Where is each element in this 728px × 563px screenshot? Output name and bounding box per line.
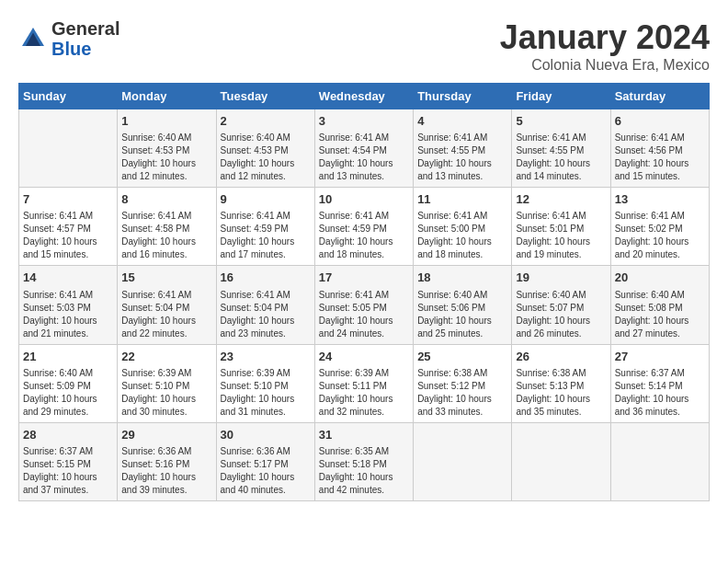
week-row-4: 21Sunrise: 6:40 AM Sunset: 5:09 PM Dayli… [19,344,710,422]
day-detail: Sunrise: 6:41 AM Sunset: 5:01 PM Dayligh… [516,210,606,261]
week-row-3: 14Sunrise: 6:41 AM Sunset: 5:03 PM Dayli… [19,266,710,344]
day-number: 25 [417,349,507,365]
day-cell: 22Sunrise: 6:39 AM Sunset: 5:10 PM Dayli… [118,344,216,422]
day-cell: 20Sunrise: 6:40 AM Sunset: 5:08 PM Dayli… [610,266,709,344]
day-number: 1 [121,113,211,130]
day-number: 21 [23,349,113,365]
day-cell: 8Sunrise: 6:41 AM Sunset: 4:58 PM Daylig… [118,188,216,266]
day-cell: 25Sunrise: 6:38 AM Sunset: 5:12 PM Dayli… [414,344,512,422]
day-cell: 30Sunrise: 6:36 AM Sunset: 5:17 PM Dayli… [216,422,314,500]
day-detail: Sunrise: 6:41 AM Sunset: 4:59 PM Dayligh… [221,210,311,261]
day-detail: Sunrise: 6:40 AM Sunset: 5:06 PM Dayligh… [417,289,507,340]
day-cell [414,422,512,500]
day-number: 9 [221,191,311,208]
day-number: 30 [221,427,311,443]
header-row: SundayMondayTuesdayWednesdayThursdayFrid… [19,84,710,109]
day-number: 17 [319,270,409,286]
col-header-tuesday: Tuesday [216,84,314,109]
day-cell: 9Sunrise: 6:41 AM Sunset: 4:59 PM Daylig… [216,188,314,266]
subtitle: Colonia Nueva Era, Mexico [500,57,710,74]
day-number: 31 [319,427,409,443]
day-number: 6 [615,113,705,130]
day-detail: Sunrise: 6:40 AM Sunset: 5:09 PM Dayligh… [23,367,113,419]
day-cell: 2Sunrise: 6:40 AM Sunset: 4:53 PM Daylig… [216,109,314,188]
day-number: 7 [23,191,113,208]
day-cell: 16Sunrise: 6:41 AM Sunset: 5:04 PM Dayli… [216,266,314,344]
day-number: 23 [221,349,311,365]
day-number: 20 [615,270,705,286]
day-detail: Sunrise: 6:36 AM Sunset: 5:16 PM Dayligh… [121,445,211,497]
day-cell: 28Sunrise: 6:37 AM Sunset: 5:15 PM Dayli… [19,422,118,500]
day-detail: Sunrise: 6:35 AM Sunset: 5:18 PM Dayligh… [319,445,409,497]
day-number: 26 [516,349,606,365]
day-detail: Sunrise: 6:40 AM Sunset: 5:07 PM Dayligh… [516,289,606,340]
logo: General Blue [18,18,119,59]
day-cell: 21Sunrise: 6:40 AM Sunset: 5:09 PM Dayli… [19,344,118,422]
week-row-5: 28Sunrise: 6:37 AM Sunset: 5:15 PM Dayli… [19,422,710,500]
day-number: 19 [516,270,606,286]
day-number: 27 [615,349,705,365]
day-detail: Sunrise: 6:41 AM Sunset: 5:05 PM Dayligh… [319,289,409,340]
day-detail: Sunrise: 6:41 AM Sunset: 5:02 PM Dayligh… [615,210,705,261]
week-row-2: 7Sunrise: 6:41 AM Sunset: 4:57 PM Daylig… [19,188,710,266]
day-detail: Sunrise: 6:41 AM Sunset: 5:00 PM Dayligh… [417,210,507,261]
day-cell: 24Sunrise: 6:39 AM Sunset: 5:11 PM Dayli… [314,344,413,422]
day-cell: 23Sunrise: 6:39 AM Sunset: 5:10 PM Dayli… [216,344,314,422]
day-cell: 14Sunrise: 6:41 AM Sunset: 5:03 PM Dayli… [19,266,118,344]
day-detail: Sunrise: 6:40 AM Sunset: 5:08 PM Dayligh… [615,289,705,340]
month-title: January 2024 [500,18,710,57]
day-detail: Sunrise: 6:40 AM Sunset: 4:53 PM Dayligh… [221,132,311,183]
title-block: January 2024 Colonia Nueva Era, Mexico [500,18,710,74]
col-header-sunday: Sunday [19,84,118,109]
day-number: 5 [516,113,606,130]
day-number: 3 [319,113,409,130]
header: General Blue January 2024 Colonia Nueva … [18,18,710,74]
day-number: 24 [319,349,409,365]
day-cell: 15Sunrise: 6:41 AM Sunset: 5:04 PM Dayli… [118,266,216,344]
day-cell: 29Sunrise: 6:36 AM Sunset: 5:16 PM Dayli… [118,422,216,500]
calendar-table: SundayMondayTuesdayWednesdayThursdayFrid… [18,83,710,501]
day-number: 11 [417,191,507,208]
col-header-wednesday: Wednesday [314,84,413,109]
day-cell: 13Sunrise: 6:41 AM Sunset: 5:02 PM Dayli… [610,188,709,266]
day-detail: Sunrise: 6:38 AM Sunset: 5:12 PM Dayligh… [417,367,507,419]
day-cell: 17Sunrise: 6:41 AM Sunset: 5:05 PM Dayli… [314,266,413,344]
day-number: 10 [319,191,409,208]
day-detail: Sunrise: 6:41 AM Sunset: 4:56 PM Dayligh… [615,132,705,183]
day-detail: Sunrise: 6:40 AM Sunset: 4:53 PM Dayligh… [121,132,211,183]
week-row-1: 1Sunrise: 6:40 AM Sunset: 4:53 PM Daylig… [19,109,710,188]
day-detail: Sunrise: 6:41 AM Sunset: 5:04 PM Dayligh… [121,289,211,340]
day-detail: Sunrise: 6:38 AM Sunset: 5:13 PM Dayligh… [516,367,606,419]
day-number: 14 [23,270,113,286]
col-header-friday: Friday [512,84,610,109]
day-detail: Sunrise: 6:39 AM Sunset: 5:10 PM Dayligh… [121,367,211,419]
day-cell [19,109,118,188]
day-cell: 31Sunrise: 6:35 AM Sunset: 5:18 PM Dayli… [314,422,413,500]
col-header-monday: Monday [118,84,216,109]
day-cell: 5Sunrise: 6:41 AM Sunset: 4:55 PM Daylig… [512,109,610,188]
logo-text: General Blue [51,18,119,59]
day-detail: Sunrise: 6:41 AM Sunset: 4:54 PM Dayligh… [319,132,409,183]
day-number: 13 [615,191,705,208]
day-cell: 11Sunrise: 6:41 AM Sunset: 5:00 PM Dayli… [414,188,512,266]
logo-icon [18,24,48,53]
day-number: 8 [121,191,211,208]
day-cell: 6Sunrise: 6:41 AM Sunset: 4:56 PM Daylig… [610,109,709,188]
day-detail: Sunrise: 6:39 AM Sunset: 5:11 PM Dayligh… [319,367,409,419]
day-detail: Sunrise: 6:36 AM Sunset: 5:17 PM Dayligh… [221,445,311,497]
day-cell: 3Sunrise: 6:41 AM Sunset: 4:54 PM Daylig… [314,109,413,188]
day-number: 18 [417,270,507,286]
day-cell: 18Sunrise: 6:40 AM Sunset: 5:06 PM Dayli… [414,266,512,344]
day-detail: Sunrise: 6:41 AM Sunset: 4:58 PM Dayligh… [121,210,211,261]
day-detail: Sunrise: 6:41 AM Sunset: 4:59 PM Dayligh… [319,210,409,261]
day-cell: 1Sunrise: 6:40 AM Sunset: 4:53 PM Daylig… [118,109,216,188]
day-number: 29 [121,427,211,443]
day-cell: 7Sunrise: 6:41 AM Sunset: 4:57 PM Daylig… [19,188,118,266]
day-number: 4 [417,113,507,130]
day-cell: 26Sunrise: 6:38 AM Sunset: 5:13 PM Dayli… [512,344,610,422]
day-detail: Sunrise: 6:39 AM Sunset: 5:10 PM Dayligh… [221,367,311,419]
day-detail: Sunrise: 6:37 AM Sunset: 5:14 PM Dayligh… [615,367,705,419]
col-header-saturday: Saturday [610,84,709,109]
day-number: 15 [121,270,211,286]
day-cell [610,422,709,500]
